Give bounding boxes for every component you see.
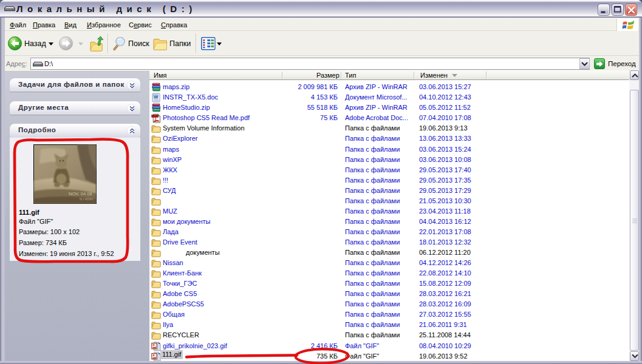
svg-text:NOV. 04 08: NOV. 04 08 xyxy=(69,191,92,197)
svg-text:N.I 400m: N.I 400m xyxy=(80,197,94,201)
